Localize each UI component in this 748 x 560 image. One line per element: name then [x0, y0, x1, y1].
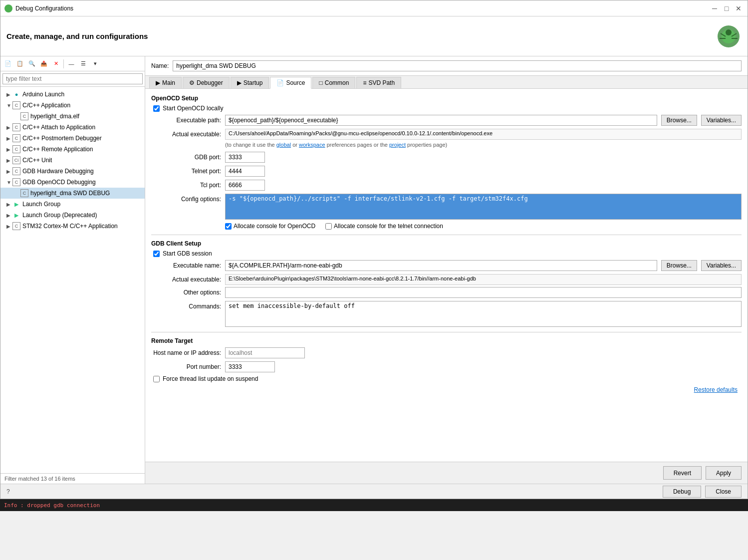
tree-item-unit[interactable]: ▶ Ci C/C++ Unit	[0, 155, 145, 166]
host-input[interactable]	[225, 347, 305, 358]
debugger-tab-label: Debugger	[197, 79, 223, 86]
tab-svd-path[interactable]: ≡ SVD Path	[356, 77, 401, 88]
port-input[interactable]	[225, 361, 275, 372]
menu-button[interactable]: ☰	[78, 58, 89, 69]
cpp-icon: Ci	[12, 156, 20, 164]
source-tab-label: Source	[286, 79, 305, 86]
tab-main[interactable]: ▶ Main	[149, 77, 182, 88]
tcl-port-input[interactable]	[225, 180, 265, 191]
debugger-tab-icon: ⚙	[189, 79, 195, 86]
minimize-button[interactable]: ─	[710, 3, 720, 13]
exe-path-input[interactable]	[225, 115, 657, 126]
title-bar: Debug Configurations ─ □ ✕	[0, 0, 748, 16]
revert-button[interactable]: Revert	[663, 466, 702, 480]
close-window-button[interactable]: ✕	[734, 3, 744, 13]
telnet-port-row: Telnet port:	[151, 166, 742, 177]
start-openocd-checkbox[interactable]	[153, 105, 160, 112]
force-thread-label: Force thread list update on suspend	[163, 375, 258, 382]
tree-item-cpp-application[interactable]: ▼ C C/C++ Application	[0, 100, 145, 111]
tab-debugger[interactable]: ⚙ Debugger	[183, 77, 230, 88]
tree-item-attach[interactable]: ▶ C C/C++ Attach to Application	[0, 122, 145, 133]
tree-item-arduino-launch[interactable]: ▶ ● Arduino Launch	[0, 89, 145, 100]
console-text: Info : dropped gdb connection	[4, 502, 100, 509]
gdb-exe-name-row: Executable name: Browse... Variables...	[151, 260, 742, 271]
gdb-variables-button[interactable]: Variables...	[701, 260, 742, 271]
bottom-buttons: Debug Close	[663, 486, 742, 498]
section-divider-1	[151, 235, 742, 235]
other-options-label: Other options:	[151, 289, 221, 296]
filter-box	[0, 71, 145, 87]
other-options-input[interactable]	[225, 287, 742, 298]
cpp-icon: C	[12, 123, 20, 131]
tree-item-gdb-hw[interactable]: ▶ C GDB Hardware Debugging	[0, 166, 145, 177]
apply-button[interactable]: Apply	[706, 466, 742, 480]
tree-item-remote[interactable]: ▶ C C/C++ Remote Application	[0, 144, 145, 155]
actual-exe-value: C:/Users/ahoel/AppData/Roaming/xPacks/@g…	[225, 129, 742, 140]
status-bar: ? Debug Close	[0, 484, 748, 499]
hint-project-link[interactable]: project	[389, 142, 406, 148]
allocate-ocd-console-checkbox[interactable]	[225, 223, 232, 230]
tree-label: STM32 Cortex-M C/C++ Application	[22, 223, 118, 230]
maximize-button[interactable]: □	[722, 3, 732, 13]
name-input[interactable]	[173, 60, 742, 71]
cpp-icon: C	[12, 134, 20, 142]
svd-tab-icon: ≡	[363, 79, 366, 86]
close-button[interactable]: Close	[705, 486, 742, 498]
new-config-button[interactable]: 📄	[2, 58, 13, 69]
tree-item-launch-group[interactable]: ▶ ▶ Launch Group	[0, 199, 145, 210]
telnet-port-input[interactable]	[225, 166, 265, 177]
hint-mid: preferences pages or the	[327, 142, 389, 148]
commands-row: Commands: set mem inaccessible-by-defaul…	[151, 301, 742, 327]
tcl-port-row: Tcl port:	[151, 180, 742, 191]
tree-item-swd-debug[interactable]: C hyperlight_dma SWD DEBUG	[0, 188, 145, 199]
commands-textarea[interactable]: set mem inaccessible-by-default off	[225, 301, 742, 327]
allocate-telnet-console-checkbox[interactable]	[325, 223, 332, 230]
tree-label: hyperlight_dma.elf	[30, 113, 79, 120]
gdb-browse-button[interactable]: Browse...	[661, 260, 697, 271]
source-tab-icon: 📄	[276, 79, 284, 86]
restore-defaults-link[interactable]: Restore defaults	[694, 386, 738, 393]
start-gdb-checkbox[interactable]	[153, 251, 160, 257]
filter-input[interactable]	[2, 73, 143, 84]
arduino-icon: ●	[12, 90, 20, 98]
debug-icon	[4, 4, 12, 12]
tree-item-gdb-openocd[interactable]: ▼ C GDB OpenOCD Debugging	[0, 177, 145, 188]
dropdown-button[interactable]: ▾	[90, 58, 101, 69]
force-thread-checkbox[interactable]	[153, 376, 160, 382]
hint-workspace-link[interactable]: workspace	[299, 142, 325, 148]
tabs-row: ▶ Main ⚙ Debugger ▶ Startup 📄 Source □	[145, 76, 748, 89]
gdb-exe-name-input[interactable]	[225, 260, 657, 271]
debug-button[interactable]: Debug	[663, 486, 701, 498]
gdb-port-input[interactable]	[225, 152, 265, 163]
gdb-exe-name-label: Executable name:	[151, 262, 221, 269]
main-content: 📄 📋 🔍 📤 ✕ — ☰ ▾ ▶ ● A	[0, 56, 748, 484]
delete-button[interactable]: ✕	[50, 58, 61, 69]
export-button[interactable]: 📤	[38, 58, 49, 69]
help-icon[interactable]: ?	[6, 488, 10, 495]
tab-startup[interactable]: ▶ Startup	[231, 77, 269, 88]
remote-target-section: Remote Target Host name or IP address: P…	[151, 337, 742, 382]
exe-path-variables-button[interactable]: Variables...	[701, 115, 742, 126]
toolbar: 📄 📋 🔍 📤 ✕ — ☰ ▾	[0, 56, 145, 71]
tree-item-postmortem[interactable]: ▶ C C/C++ Postmortem Debugger	[0, 133, 145, 144]
tree-item-launch-group-dep[interactable]: ▶ ▶ Launch Group (Deprecated)	[0, 210, 145, 221]
exe-path-browse-button[interactable]: Browse...	[661, 115, 697, 126]
tree-item-hyperlight-elf[interactable]: C hyperlight_dma.elf	[0, 111, 145, 122]
gdb-client-section-header: GDB Client Setup	[151, 240, 742, 247]
other-options-row: Other options:	[151, 287, 742, 298]
launch-icon: ▶	[12, 200, 20, 208]
tree-label: Arduino Launch	[22, 91, 64, 98]
duplicate-button[interactable]: 📋	[14, 58, 25, 69]
hint-or: or	[292, 142, 299, 148]
eclipse-logo	[716, 23, 742, 49]
search-button[interactable]: 🔍	[26, 58, 37, 69]
tab-source[interactable]: 📄 Source	[270, 77, 311, 89]
hint-row: (to change it use the global or workspac…	[225, 142, 742, 148]
hint-global-link[interactable]: global	[276, 142, 291, 148]
collapse-button[interactable]: —	[66, 58, 77, 69]
tab-common[interactable]: □ Common	[312, 77, 355, 88]
gdb-selected-icon: C	[20, 189, 28, 197]
tree-item-stm32[interactable]: ▶ C STM32 Cortex-M C/C++ Application	[0, 221, 145, 232]
config-options-textarea[interactable]: -s "${openocd_path}/../scripts" -f inter…	[225, 194, 742, 220]
header-title: Create, manage, and run configurations	[6, 32, 148, 40]
